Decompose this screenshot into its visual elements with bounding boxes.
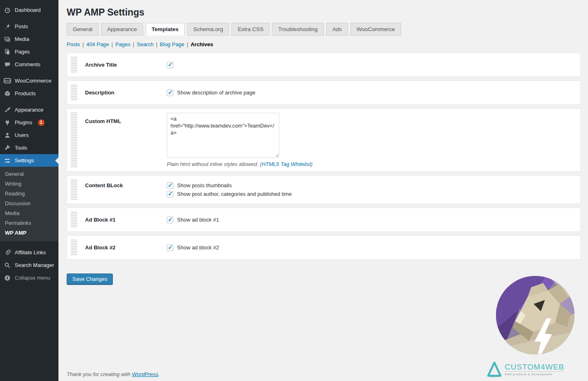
dashboard-icon bbox=[4, 7, 11, 13]
drag-handle[interactable] bbox=[71, 179, 77, 200]
tab-schema-org[interactable]: Schema.org bbox=[187, 23, 229, 36]
footer-credit: Thank you for creating with WordPress. bbox=[67, 371, 160, 377]
settings-row-archive-title: Archive Title ✓ bbox=[67, 53, 581, 77]
menu-separator bbox=[0, 100, 58, 103]
sidebar-item-posts[interactable]: Posts bbox=[0, 20, 58, 33]
sidebar-item-tools[interactable]: Tools bbox=[0, 141, 58, 154]
custom-html-textarea[interactable]: <a href="http://www.teamdev.com">TeamDev… bbox=[167, 113, 279, 158]
drag-handle[interactable] bbox=[71, 84, 77, 101]
row-control: ✓ Show ad block #1 bbox=[167, 215, 580, 224]
sidebar-item-media[interactable]: Media bbox=[0, 33, 58, 45]
wp-amp-plugin-logo bbox=[495, 275, 575, 355]
sidebar-item-search-manager[interactable]: Search Manager bbox=[0, 259, 58, 271]
tab-extra-css[interactable]: Extra CSS bbox=[231, 23, 269, 36]
check-icon: ✓ bbox=[168, 61, 173, 67]
tab-general[interactable]: General bbox=[67, 23, 99, 36]
check-icon: ✓ bbox=[168, 89, 173, 95]
sidebar-item-label: Pages bbox=[15, 49, 30, 55]
admin-sidebar: Dashboard Posts Media Pages Commen bbox=[0, 0, 58, 381]
row-control: ✓ Show ad block #2 bbox=[167, 243, 580, 252]
submenu-item-reading[interactable]: Reading bbox=[0, 189, 58, 199]
sidebar-item-woocommerce[interactable]: woo WooCommerce bbox=[0, 74, 58, 87]
product-box-icon bbox=[4, 90, 11, 97]
pages-icon bbox=[4, 49, 11, 55]
submenu-item-permalinks[interactable]: Permalinks bbox=[0, 218, 58, 228]
settings-rows: Archive Title ✓ Description ✓ Show descr… bbox=[67, 53, 581, 260]
check-icon: ✓ bbox=[168, 182, 173, 188]
html5-tag-whitelist-link[interactable]: HTML5 Tag Whitelist bbox=[262, 161, 311, 167]
menu-bottom-group: Affiliate Links Search Manager Collapse … bbox=[0, 246, 58, 284]
footer-text: Thank you for creating with bbox=[67, 371, 132, 377]
sidebar-item-label: Comments bbox=[15, 61, 40, 67]
settings-row-ad-block-2: Ad Block #2 ✓ Show ad block #2 bbox=[67, 235, 581, 260]
menu-separator bbox=[0, 16, 58, 20]
tab-appearance[interactable]: Appearance bbox=[101, 23, 143, 36]
subnav-link-posts[interactable]: Posts bbox=[67, 41, 80, 47]
page-title: WP AMP Settings bbox=[67, 7, 581, 18]
submenu-item-writing[interactable]: Writing bbox=[0, 179, 58, 189]
subnav-link-blog-page[interactable]: Blog Page bbox=[160, 41, 184, 47]
submenu-item-discussion[interactable]: Discussion bbox=[0, 199, 58, 208]
sidebar-item-label: Plugins bbox=[15, 119, 32, 126]
sidebar-item-plugins[interactable]: Plugins 1 bbox=[0, 116, 58, 129]
save-changes-button[interactable]: Save Changes bbox=[67, 273, 113, 285]
sidebar-item-label: Posts bbox=[15, 23, 28, 29]
comment-bubble-icon bbox=[4, 61, 11, 68]
checkbox-label[interactable]: Show post author, categories and publish… bbox=[177, 191, 292, 197]
sidebar-item-affiliate-links[interactable]: Affiliate Links bbox=[0, 246, 58, 259]
archive-title-checkbox[interactable]: ✓ bbox=[167, 62, 173, 68]
sidebar-item-label: Affiliate Links bbox=[15, 249, 46, 255]
submenu-item-general[interactable]: General bbox=[0, 169, 58, 179]
checkbox-label[interactable]: Show description of archive page bbox=[177, 90, 256, 96]
template-subnav: Posts|404 Page|Pages|Search|Blog Page|Ar… bbox=[67, 41, 581, 47]
checkbox-label[interactable]: Show posts thumbnails bbox=[177, 182, 232, 188]
sidebar-item-comments[interactable]: Comments bbox=[0, 58, 58, 71]
sidebar-item-pages[interactable]: Pages bbox=[0, 45, 58, 58]
checkbox-label[interactable]: Show ad block #2 bbox=[177, 244, 219, 251]
admin-menu: Dashboard Posts Media Pages Commen bbox=[0, 0, 58, 284]
user-icon bbox=[4, 132, 11, 139]
tab-troubleshooting[interactable]: Troubleshooting bbox=[272, 23, 323, 36]
wordpress-link[interactable]: WordPress bbox=[132, 371, 158, 377]
plugins-update-badge: 1 bbox=[38, 119, 45, 126]
row-control: ✓ Show posts thumbnails ✓ Show post auth… bbox=[167, 181, 580, 198]
row-control: <a href="http://www.teamdev.com">TeamDev… bbox=[167, 113, 580, 167]
sidebar-item-dashboard[interactable]: Dashboard bbox=[0, 4, 58, 16]
brush-icon bbox=[4, 107, 11, 113]
sidebar-item-appearance[interactable]: Appearance bbox=[0, 103, 58, 116]
subnav-link-search[interactable]: Search bbox=[137, 41, 153, 47]
description-checkbox[interactable]: ✓ bbox=[167, 90, 173, 96]
show-post-meta-checkbox[interactable]: ✓ bbox=[167, 191, 173, 197]
row-label: Content BLock bbox=[85, 181, 167, 198]
drag-handle[interactable] bbox=[71, 112, 77, 168]
settings-row-description: Description ✓ Show description of archiv… bbox=[67, 81, 581, 105]
sidebar-item-users[interactable]: Users bbox=[0, 129, 58, 141]
drag-handle[interactable] bbox=[71, 211, 77, 228]
sidebar-item-label: Dashboard bbox=[15, 7, 41, 13]
sidebar-item-products[interactable]: Products bbox=[0, 87, 58, 100]
checkbox-label[interactable]: Show ad block #1 bbox=[177, 217, 219, 223]
main-content: WP AMP Settings General Appearance Templ… bbox=[58, 0, 588, 381]
wrench-icon bbox=[4, 145, 11, 151]
drag-handle[interactable] bbox=[71, 239, 77, 256]
row-label: Description bbox=[85, 88, 167, 97]
drag-handle[interactable] bbox=[71, 56, 77, 73]
subnav-link-404-page[interactable]: 404 Page bbox=[86, 41, 109, 47]
subnav-link-pages[interactable]: Pages bbox=[115, 41, 130, 47]
sidebar-item-settings[interactable]: Settings bbox=[0, 154, 58, 167]
show-ad-block-1-checkbox[interactable]: ✓ bbox=[167, 217, 173, 223]
sidebar-item-label: Settings bbox=[15, 157, 34, 164]
submenu-item-wp-amp[interactable]: WP AMP bbox=[0, 228, 58, 238]
sidebar-item-label: Search Manager bbox=[15, 262, 54, 268]
tab-woocommerce[interactable]: WooCommerce bbox=[350, 23, 401, 36]
collapse-menu-button[interactable]: Collapse menu bbox=[0, 271, 58, 284]
tab-ads[interactable]: Ads bbox=[326, 23, 348, 36]
show-posts-thumbnails-checkbox[interactable]: ✓ bbox=[167, 182, 173, 189]
footer-text: . bbox=[158, 371, 160, 377]
tab-templates[interactable]: Templates bbox=[146, 23, 185, 36]
row-label: Ad Block #1 bbox=[85, 215, 167, 224]
settings-row-custom-html: Custom HTML <a href="http://www.teamdev.… bbox=[67, 108, 581, 172]
brand-name: CUSTOM4WEB bbox=[505, 363, 564, 371]
submenu-item-media[interactable]: Media bbox=[0, 208, 58, 218]
show-ad-block-2-checkbox[interactable]: ✓ bbox=[167, 244, 173, 251]
